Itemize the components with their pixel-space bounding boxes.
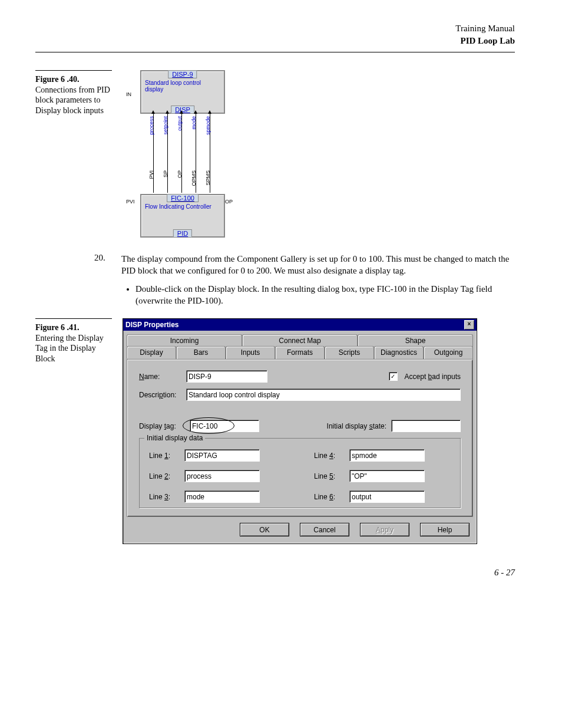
op-label: OP bbox=[225, 199, 233, 205]
line3-label: Line 3: bbox=[149, 493, 184, 501]
figure-41-text: Entering the Display Tag in the Display … bbox=[35, 334, 104, 363]
tab-diagnostics[interactable]: Diagnostics bbox=[374, 346, 424, 359]
line3-field[interactable] bbox=[184, 490, 260, 503]
description-label: Description: bbox=[139, 391, 181, 399]
disp-block: DISP-9 Standard loop control display DIS… bbox=[140, 70, 225, 114]
line1-label: Line 1: bbox=[149, 452, 184, 460]
step-bullet: Double-click on the Display block. In th… bbox=[135, 283, 515, 307]
line5-label: Line 5: bbox=[314, 472, 349, 480]
tab-outgoing[interactable]: Outgoing bbox=[424, 346, 473, 359]
tab-shape[interactable]: Shape bbox=[358, 334, 473, 347]
figure-41-caption: Figure 6 .41. Entering the Display Tag i… bbox=[35, 318, 112, 364]
display-tag-field[interactable] bbox=[190, 420, 259, 432]
accept-bad-checkbox[interactable]: ✓ bbox=[389, 372, 398, 381]
name-label: Name: bbox=[139, 373, 181, 381]
disp-block-title: DISP-9 bbox=[168, 70, 197, 78]
header-line2: PID Loop Lab bbox=[35, 36, 515, 46]
line4-field[interactable] bbox=[349, 449, 425, 462]
initial-state-label: Initial display state: bbox=[327, 422, 386, 430]
top-port-mode: mode bbox=[191, 116, 197, 130]
top-port-process: process bbox=[148, 116, 154, 135]
line1-field[interactable] bbox=[184, 449, 260, 462]
figure-40-text: Connections from PID block parameters to… bbox=[35, 85, 110, 115]
line6-field[interactable] bbox=[349, 490, 425, 503]
bot-port-pvi: PVI bbox=[148, 170, 154, 179]
step-text: The display compound from the Component … bbox=[121, 253, 515, 277]
header-rule bbox=[35, 52, 515, 52]
pvi-label: PVI bbox=[126, 199, 135, 205]
tab-display[interactable]: Display bbox=[127, 346, 176, 359]
step-number: 20. bbox=[94, 253, 112, 277]
block-diagram: DISP-9 Standard loop control display DIS… bbox=[123, 70, 240, 241]
accept-bad-label: Accept bad inputs bbox=[405, 373, 461, 381]
bot-port-spms: SPMS bbox=[205, 170, 211, 186]
tab-formats[interactable]: Formats bbox=[275, 346, 325, 359]
line4-label: Line 4: bbox=[314, 452, 349, 460]
pid-block-title: FIC-100 bbox=[167, 194, 199, 202]
tab-scripts[interactable]: Scripts bbox=[325, 346, 374, 359]
line6-label: Line 6: bbox=[314, 493, 349, 501]
dialog-title: DISP Properties bbox=[125, 321, 178, 329]
top-port-spmode: spmode bbox=[205, 116, 211, 135]
pid-block: FIC-100 Flow Indicating Controller PID bbox=[140, 194, 225, 238]
description-field[interactable] bbox=[186, 388, 461, 401]
bot-port-sp: SP bbox=[163, 170, 168, 177]
initial-display-data-fieldset: Initial display data Line 1: Line 4: Lin… bbox=[139, 438, 461, 508]
bot-port-op: OP bbox=[177, 170, 183, 178]
help-button[interactable]: Help bbox=[420, 523, 470, 536]
name-field[interactable] bbox=[186, 370, 267, 383]
tab-inputs[interactable]: Inputs bbox=[226, 346, 275, 359]
fieldset-legend: Initial display data bbox=[144, 434, 205, 442]
line2-field[interactable] bbox=[184, 470, 260, 482]
tab-connect-map[interactable]: Connect Map bbox=[242, 334, 358, 347]
tab-bars[interactable]: Bars bbox=[176, 346, 226, 359]
ok-button[interactable]: OK bbox=[240, 523, 289, 536]
line5-field[interactable] bbox=[349, 470, 425, 482]
top-port-setpoint: setpoint bbox=[163, 116, 168, 135]
figure-40-title: Figure 6 .40. bbox=[35, 75, 79, 84]
disp-properties-dialog: DISP Properties × Incoming Connect Map S… bbox=[123, 318, 477, 544]
initial-state-field[interactable] bbox=[391, 420, 461, 432]
bot-port-opms: OPMS bbox=[191, 170, 197, 186]
pid-block-tag: PID bbox=[173, 229, 192, 238]
figure-40-caption: Figure 6 .40. Connections from PID block… bbox=[35, 70, 112, 116]
top-port-output: output bbox=[177, 116, 183, 131]
display-tag-label: Display tag: bbox=[139, 422, 185, 430]
disp-block-desc: Standard loop control display bbox=[145, 80, 220, 93]
in-label: IN bbox=[126, 91, 131, 97]
cancel-button[interactable]: Cancel bbox=[300, 523, 349, 536]
apply-button[interactable]: Apply bbox=[360, 523, 409, 536]
tab-incoming[interactable]: Incoming bbox=[127, 334, 242, 347]
close-icon[interactable]: × bbox=[464, 320, 474, 330]
figure-41-title: Figure 6 .41. bbox=[35, 323, 79, 332]
page-number: 6 - 27 bbox=[35, 568, 515, 578]
line2-label: Line 2: bbox=[149, 472, 184, 480]
pid-block-desc: Flow Indicating Controller bbox=[145, 203, 220, 210]
header-line1: Training Manual bbox=[35, 24, 515, 34]
dialog-titlebar: DISP Properties × bbox=[123, 319, 477, 331]
